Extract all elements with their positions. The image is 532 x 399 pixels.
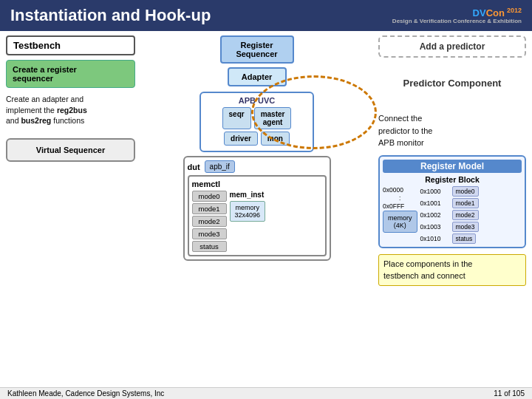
testbench-box: Testbench [6, 35, 135, 55]
apb-uvc-label: APB UVC [204, 96, 310, 105]
footer-author: Kathleen Meade, Cadence Design Systems, … [7, 389, 164, 398]
memctl-label: memctl [192, 180, 322, 188]
reg-mode1: mode1 [452, 198, 479, 208]
create-adapter-text: Create an adapter andimplement the reg2b… [6, 94, 135, 126]
apb-row-1: seqr masteragent [204, 107, 310, 129]
memctl-area: memctl mode0 mode1 mode2 mode3 status me… [188, 175, 327, 256]
addr-1000: 0x1000 [420, 188, 450, 195]
footer: Kathleen Meade, Cadence Design Systems, … [0, 387, 532, 399]
left-column: Testbench Create a registersequencer Cre… [6, 35, 135, 366]
apb-row-2: driver mon [204, 132, 310, 146]
addr-1002: 0x1002 [420, 211, 450, 219]
place-components-text: Place components in thetestbench and con… [378, 254, 526, 286]
footer-page: 11 of 105 [494, 389, 525, 398]
addr-memory-col: 0x0000 : 0x0FFF memory(4K) [383, 186, 417, 244]
reg-row-2: 0x1002 mode2 [420, 210, 479, 220]
reg-seq-label: RegisterSequencer [236, 41, 277, 58]
reg-addr-col: 0x1000 mode0 0x1001 mode1 0x1002 mode2 0… [420, 186, 479, 244]
mode3: mode3 [192, 228, 227, 239]
reg-row-status: 0x1010 status [420, 233, 479, 244]
mode1: mode1 [192, 203, 227, 214]
logo-sub: Design & Verification Conference & Exhib… [392, 18, 522, 24]
create-reg-seq-box: Create a registersequencer [6, 60, 135, 88]
apb-uvc-area: APB UVC seqr masteragent driver mon [200, 92, 314, 152]
reg-row-0: 0x1000 mode0 [420, 186, 479, 197]
logo-con: Con [486, 7, 505, 18]
dut-header: dut apb_if [188, 160, 327, 173]
dut-label: dut [188, 163, 200, 171]
right-column: Add a predictor Predictor Component Conn… [378, 35, 526, 366]
reg-model-area: Register Model Register Block 0x0000 : 0… [378, 155, 526, 248]
reg-model-title: Register Model [383, 160, 522, 173]
addr-0FFF: 0x0FFF [383, 202, 417, 210]
logo-dv: DV [473, 7, 486, 18]
addr-0000: 0x0000 [383, 186, 417, 194]
reg-block-label: Register Block [383, 175, 522, 184]
add-predictor-label: Add a predictor [420, 41, 485, 52]
virtual-seq-box: Virtual Sequencer [6, 138, 135, 162]
virtual-seq-label: Virtual Sequencer [36, 146, 105, 154]
predictor-component-label: Predictor Component [403, 78, 502, 89]
dut-area: dut apb_if memctl mode0 mode1 mode2 mode… [183, 156, 331, 261]
reg-seq-box: RegisterSequencer [220, 35, 294, 64]
title-text: Instantiation and Hook-up [10, 6, 211, 25]
addr-1010: 0x1010 [420, 235, 450, 242]
mon-cell: mon [261, 132, 290, 146]
reg-row-3: 0x1003 mode3 [420, 222, 479, 232]
mem-inst-label: mem_inst [230, 191, 266, 199]
addr-1003: 0x1003 [420, 223, 450, 231]
seqr-cell: seqr [222, 107, 251, 129]
memory-box: memory32x4096 [230, 201, 266, 222]
reg-mode0: mode0 [452, 186, 479, 197]
mode-list: mode0 mode1 mode2 mode3 status [192, 191, 227, 252]
reg-row-1: 0x1001 mode1 [420, 198, 479, 208]
status: status [192, 241, 227, 252]
logo-year: 2012 [507, 7, 522, 14]
reg-mode2: mode2 [452, 210, 479, 220]
apb-if-badge: apb_if [205, 160, 235, 173]
mode0: mode0 [192, 191, 227, 202]
create-reg-seq-text: Create a registersequencer [13, 65, 77, 83]
memory-4k: memory(4K) [383, 211, 417, 233]
memctl-inner: mode0 mode1 mode2 mode3 status mem_inst … [192, 191, 322, 252]
logo-area: DVCon 2012 Design & Verification Confere… [392, 7, 522, 25]
adapter-label: Adapter [242, 72, 273, 81]
mode2: mode2 [192, 216, 227, 227]
slide-title: Instantiation and Hook-up DVCon 2012 Des… [0, 0, 532, 31]
center-column: RegisterSequencer Adapter APB UVC seqr m… [135, 35, 378, 366]
driver-cell: driver [224, 132, 258, 146]
predictor-spacer: Predictor Component [378, 61, 526, 105]
content-wrapper: Testbench Create a registersequencer Cre… [0, 31, 532, 371]
mem-inst-area: mem_inst memory32x4096 [230, 191, 266, 252]
master-cell: masteragent [254, 107, 292, 129]
addr-1001: 0x1001 [420, 200, 450, 207]
reg-status: status [452, 233, 477, 244]
connect-text: Connect thepredictor to theAPB monitor [378, 112, 526, 149]
addr-dots: : [383, 194, 417, 202]
adapter-box: Adapter [228, 67, 287, 86]
reg-mode3: mode3 [452, 222, 479, 232]
reg-block-inner: 0x0000 : 0x0FFF memory(4K) 0x1000 mode0 … [383, 186, 522, 244]
add-predictor-button[interactable]: Add a predictor [378, 35, 526, 58]
